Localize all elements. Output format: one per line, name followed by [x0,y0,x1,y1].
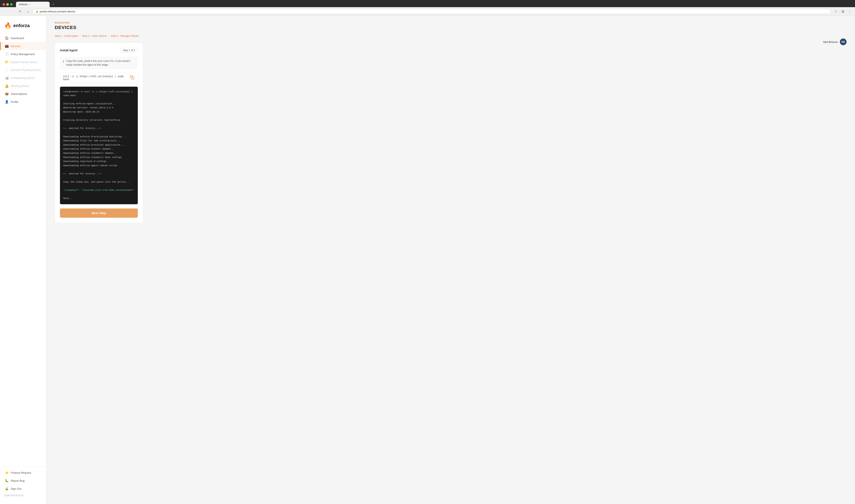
sidebar-label-dashboard: Dashboard [11,37,24,40]
terminal-line: Downloading files for x86 architecture..… [63,139,135,143]
terminal-line: Bootstrap Version: reznor_beta_4.0.4 [63,106,135,110]
sidebar-label-profile: Profile [11,100,19,104]
version-label: portal-2024.09.23/01 [0,493,46,498]
logo: 🔥 enforza [0,20,46,34]
active-tab[interactable]: enforza ✕ [16,2,50,7]
breadcrumb-sep-2: › [108,35,109,37]
close-traffic-light[interactable] [2,3,5,6]
sidebar-label-policy: Policy Management [11,53,35,56]
sidebar-item-subscriptions[interactable]: 📦 Subscriptions [0,90,46,98]
terminal-line [63,184,135,188]
policy-icon: 📄 [5,52,8,56]
main-content: Neil Briscoe NB NAVIGATION DEVICES Step … [46,16,855,504]
tab-close-button[interactable]: ✕ [29,3,31,6]
terminal-line [63,131,135,134]
ai-icon: 📊 [5,76,8,80]
sidebar-nav: 🏠 Dashboard 💼 Devices 📄 Policy Managemen… [0,34,46,462]
terminal-line: <-- omitted for brevity --> [63,172,135,176]
subscriptions-icon: 📦 [5,92,8,96]
sidebar-label-alerting: Alerting (Soon) [11,84,29,88]
sidebar-item-ai-reporting: 📊 AI Reporting (Soon) [0,74,46,82]
forward-button[interactable]: → [10,8,16,14]
logo-image: 🔥 enforza [4,22,42,29]
sidebar-label-feature-request: Feature Request [11,471,31,474]
terminal-line: Downloading enforza-connect daemon... [63,147,135,151]
terminal-line: Downloading enforza Provisioning bootstr… [63,135,135,139]
page-nav-label: NAVIGATION [55,22,847,24]
command-text: curl -s -L https://efz.io/install | sudo… [63,75,130,81]
breadcrumb-step2[interactable]: Step 2 - Claim Device [82,35,107,37]
feature-request-icon: ⭐ [5,471,8,474]
terminal-line: Creating directory structure /opt/enforz… [63,119,135,122]
sidebar-item-alerting: 🔔 Alerting (Soon) [0,82,46,90]
terminal-line: Downloading logrotate.d configs [63,160,135,163]
info-text: Copy this code, paste it into your Linux… [66,59,135,67]
terminal-line: Bootstrap Date: 2024.06.27 [63,110,135,114]
terminal-line: Downloading enforza-telemetry base confi… [63,156,135,159]
address-bar[interactable]: 🔒 portal.enforza.io/claim-device [32,9,831,14]
maximize-traffic-light[interactable] [10,3,13,6]
sidebar-item-feature-request[interactable]: ⭐ Feature Request [0,469,46,476]
terminal-line [63,168,135,172]
terminal-line: Downloading enforza-telemetry daemon... [63,151,135,155]
terminal-line: Starting enforza-agent installation... [63,102,135,106]
import-icon: 📁 [5,60,8,64]
sidebar-label-routing: Dynamic Routing (Soon) [11,68,41,72]
terminal-line: "claimKey0": "1cb15108-21c9-472d-9b0c-5a… [63,188,135,192]
terminal-line [63,114,135,118]
page-title: DEVICES [55,25,847,30]
toolbar-actions: ☆ ⊞ ⋮ [833,8,853,14]
copy-button[interactable] [130,75,135,81]
home-button[interactable]: ⌂ [25,8,31,14]
sidebar-item-import-policies: 📁 Import Policies (Soon) [0,58,46,66]
url-text: portal.enforza.io/claim-device [40,10,75,13]
user-avatar: NB [840,38,847,45]
lock-icon: 🔒 [36,10,38,13]
sidebar-item-dashboard[interactable]: 🏠 Dashboard [0,34,46,42]
home-icon: 🏠 [5,36,8,40]
bookmark-button[interactable]: ☆ [833,8,839,14]
terminal: root@reznor:~# curl -s -L https://efz.io… [60,87,138,204]
terminal-line [63,123,135,126]
terminal-line: <-- omitted for brevity --> [63,127,135,130]
sidebar-item-profile[interactable]: 👤 Profile [0,98,46,106]
terminal-line: root@reznor:~# curl -s -L https://efz.io… [63,90,135,97]
sidebar-label-report-bug: Report Bug [11,479,24,482]
tab-title: enforza [19,3,28,6]
info-icon: ℹ [63,59,64,64]
sidebar-label-subscriptions: Subscriptions [11,92,27,95]
terminal-line: Downloading enforza-provision applicatio… [63,143,135,147]
breadcrumb-step1[interactable]: Step 1 - Install Agent [55,35,78,37]
traffic-lights [2,3,13,6]
terminal-line [63,176,135,180]
lock-sidebar-icon: 🔒 [5,487,8,490]
alerting-icon: 🔔 [5,84,8,88]
sidebar-item-sign-out[interactable]: 🔒 Sign Out [0,485,46,493]
sidebar-item-devices[interactable]: 💼 Devices [0,42,46,50]
sidebar-item-report-bug[interactable]: 🐛 Report Bug [0,476,46,485]
next-step-button[interactable]: Next Step [60,209,138,218]
sidebar-label-ai: AI Reporting (Soon) [11,76,35,79]
browser-toolbar: ← → ↻ ⌂ 🔒 portal.enforza.io/claim-device… [0,7,855,16]
sidebar-item-policy-management[interactable]: 📄 Policy Management [0,50,46,58]
logo-text: enforza [13,23,30,29]
command-box: curl -s -L https://efz.io/install | sudo… [60,73,138,83]
logo-flame-icon: 🔥 [4,22,12,29]
browser-chrome: enforza ✕ + [0,0,855,7]
extensions-button[interactable]: ⊞ [840,8,846,14]
minimize-traffic-light[interactable] [6,3,9,6]
breadcrumb-step3[interactable]: Step 3 - Manage Policies [111,35,139,37]
terminal-line: Done... [63,197,135,200]
terminal-line [63,193,135,196]
breadcrumb: Step 1 - Install Agent › Step 2 - Claim … [55,35,847,37]
new-tab-button[interactable]: + [51,2,56,7]
terminal-line: Downloading enforza-agent-remove script [63,164,135,168]
reload-button[interactable]: ↻ [17,8,23,14]
back-button[interactable]: ← [2,8,8,14]
card-title: Install Agent [60,49,78,52]
bug-icon: 🐛 [5,479,8,483]
menu-button[interactable]: ⋮ [847,8,853,14]
info-box: ℹ Copy this code, paste it into your Lin… [60,57,138,69]
svg-rect-0 [132,77,134,79]
install-agent-card: Install Agent Step 1 of 3 ℹ Copy this co… [55,42,143,223]
